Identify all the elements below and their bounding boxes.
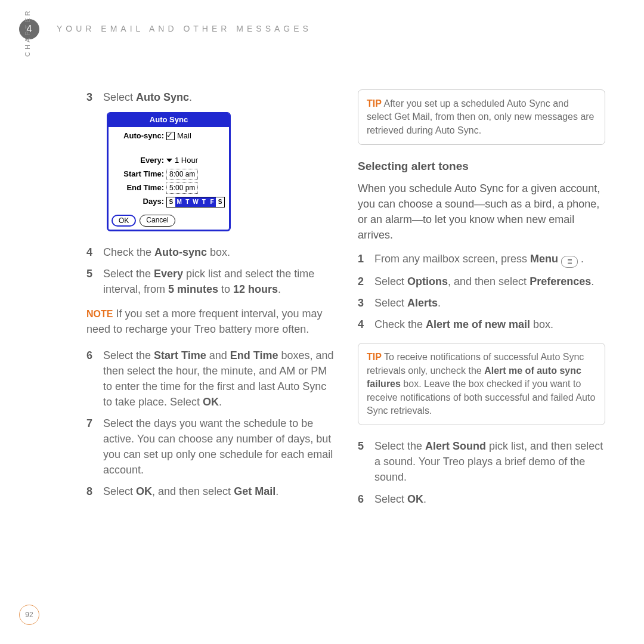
section-title: Selecting alert tones (358, 158, 605, 175)
autosync-label: Auto-sync: (113, 131, 166, 142)
step-number: 8 (86, 484, 103, 499)
row-end-time: End Time: 5:00 pm (113, 182, 225, 194)
menu-icon (561, 256, 578, 268)
step-text: Select (374, 493, 407, 505)
step-text: box. (530, 318, 553, 330)
end-time-label: End Time: (113, 182, 166, 194)
tip-text: After you set up a scheduled Auto Sync a… (367, 98, 595, 135)
step-text: Select the days you want the schedule to… (103, 417, 333, 476)
step-text: Check the (103, 246, 154, 258)
tip-box-1: TIP After you set up a scheduled Auto Sy… (358, 89, 605, 145)
right-step-3: 3 Select Alerts. (358, 295, 605, 311)
day-toggle[interactable]: F (208, 197, 216, 207)
note-label: NOTE (86, 309, 113, 319)
right-step-6: 6 Select OK. (358, 491, 605, 507)
step-bold: OK (407, 493, 423, 505)
step-bold: Alert Sound (425, 440, 486, 452)
days-label: Days: (113, 196, 166, 208)
step-bold: Alert me of new mail (426, 318, 530, 330)
step-text: . (578, 253, 584, 265)
page-number: 92 (19, 605, 39, 625)
step-text: Select (374, 275, 407, 287)
tip-label: TIP (367, 98, 382, 109)
step-text: Select the (103, 268, 154, 280)
right-column: TIP After you set up a scheduled Auto Sy… (358, 89, 605, 513)
chevron-down-icon[interactable] (166, 159, 172, 162)
right-step-4: 4 Check the Alert me of new mail box. (358, 317, 605, 332)
auto-sync-dialog: Auto Sync Auto-sync: Mail Every: 1 Hour (107, 112, 231, 231)
right-step-1: 1 From any mailbox screen, press Menu . (358, 251, 605, 268)
every-label: Every: (113, 155, 166, 166)
start-time-field[interactable]: 8:00 am (166, 169, 198, 180)
step-text: Select the (103, 349, 154, 361)
step-8: 8 Select OK, and then select Get Mail. (86, 484, 334, 499)
cancel-button[interactable]: Cancel (140, 215, 175, 227)
note-block: NOTE If you set a more frequent interval… (86, 306, 334, 337)
step-text: . (438, 297, 441, 309)
autosync-checkbox[interactable] (166, 132, 175, 140)
step-bold: Preferences (530, 275, 591, 287)
step-text: . (278, 283, 281, 295)
step-bold: OK (136, 485, 152, 497)
ok-button[interactable]: OK (112, 215, 136, 227)
every-value[interactable]: 1 Hour (175, 155, 198, 166)
tip-text: box. Leave the box checked if you want t… (367, 379, 595, 416)
step-number: 6 (358, 491, 374, 507)
step-bold: 12 hours (233, 283, 278, 295)
left-column: 3 Select Auto Sync. Auto Sync Auto-sync:… (86, 89, 334, 513)
step-number: 3 (358, 295, 374, 311)
row-days: Days: SMTWTFS (113, 196, 225, 208)
day-toggle[interactable]: M (175, 197, 184, 207)
step-text: Select (374, 297, 407, 309)
step-text: Select the (374, 440, 425, 452)
step-5: 5 Select the Every pick list and select … (86, 266, 334, 297)
step-text: . (219, 396, 222, 408)
step-7: 7 Select the days you want the schedule … (86, 416, 334, 478)
day-toggle[interactable]: S (216, 197, 224, 207)
step-number: 7 (86, 416, 103, 478)
step-number: 6 (86, 348, 103, 410)
step-bold: Start Time (154, 349, 206, 361)
end-time-field[interactable]: 5:00 pm (166, 182, 198, 194)
step-bold: Get Mail (234, 485, 275, 497)
day-toggle[interactable]: T (183, 197, 191, 207)
auto-sync-screenshot: Auto Sync Auto-sync: Mail Every: 1 Hour (107, 112, 334, 231)
days-selector[interactable]: SMTWTFS (166, 197, 225, 208)
tip-box-2: TIP To receive notifications of successf… (358, 343, 605, 425)
step-number: 1 (358, 251, 374, 268)
step-text: , and then select (448, 275, 530, 287)
step-bold: Auto-sync (154, 246, 207, 258)
step-3: 3 Select Auto Sync. (86, 89, 334, 105)
autosync-value: Mail (177, 131, 191, 142)
step-text: From any mailbox screen, press (374, 253, 530, 265)
note-text: If you set a more frequent interval, you… (86, 308, 323, 335)
step-number: 5 (358, 438, 374, 485)
tip-label: TIP (367, 352, 382, 362)
step-text: Check the (374, 318, 426, 330)
step-number: 2 (358, 274, 374, 289)
step-text: . (591, 275, 594, 287)
step-text: box. (207, 246, 230, 258)
chapter-label: CHAPTER (24, 8, 31, 57)
step-text: , and then select (152, 485, 234, 497)
step-bold: Alerts (407, 297, 438, 309)
section-intro: When you schedule Auto Sync for a given … (358, 181, 605, 243)
step-bold: Every (154, 268, 183, 280)
step-number: 5 (86, 266, 103, 297)
day-toggle[interactable]: W (191, 197, 200, 207)
row-autosync: Auto-sync: Mail (113, 131, 225, 142)
step-number: 4 (86, 244, 103, 260)
step-text: and (206, 349, 230, 361)
step-bold: 5 minutes (168, 283, 218, 295)
step-text: . (275, 485, 278, 497)
step-bold: Options (407, 275, 448, 287)
day-toggle[interactable]: T (200, 197, 208, 207)
step-text: Select (103, 91, 136, 103)
step-bold: Menu (530, 253, 558, 265)
day-toggle[interactable]: S (167, 197, 175, 207)
step-text: . (189, 91, 192, 103)
right-step-2: 2 Select Options, and then select Prefer… (358, 274, 605, 289)
start-time-label: Start Time: (113, 169, 166, 180)
right-step-5: 5 Select the Alert Sound pick list, and … (358, 438, 605, 485)
step-bold: Auto Sync (136, 91, 189, 103)
